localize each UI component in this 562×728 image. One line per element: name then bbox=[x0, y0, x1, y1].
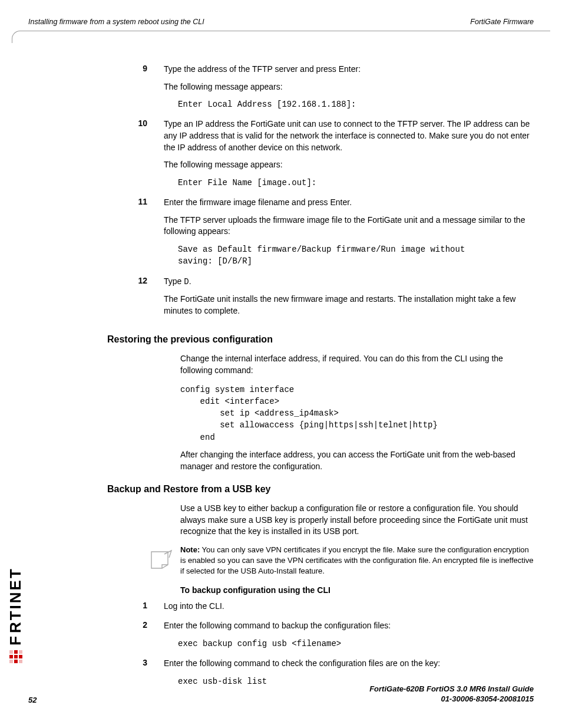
code-block: exec backup config usb <filename> bbox=[178, 638, 534, 650]
header-right: FortiGate Firmware bbox=[470, 18, 534, 26]
note-icon bbox=[143, 549, 180, 572]
step-text: Enter the following command to backup th… bbox=[164, 620, 534, 632]
page-number: 52 bbox=[28, 696, 37, 704]
code-block: config system interface edit <interface>… bbox=[180, 384, 534, 443]
sub-heading: To backup configuration using the CLI bbox=[180, 585, 534, 595]
step-number: 10 bbox=[107, 118, 164, 195]
footer: FortiGate-620B FortiOS 3.0 MR6 Install G… bbox=[28, 684, 534, 704]
step-text: Enter the following command to check the… bbox=[164, 658, 534, 670]
body-text: Change the internal interface address, i… bbox=[180, 353, 534, 376]
section-heading: Restoring the previous configuration bbox=[107, 334, 534, 345]
header-rule bbox=[12, 31, 550, 43]
step-text: Enter the firmware image filename and pr… bbox=[164, 197, 534, 209]
step-number: 1 bbox=[107, 601, 164, 618]
step-text: The FortiGate unit installs the new firm… bbox=[164, 294, 534, 317]
page-content: 9 Type the address of the TFTP server an… bbox=[107, 64, 534, 696]
code-block: Enter Local Address [192.168.1.188]: bbox=[178, 98, 534, 110]
body-text: Use a USB key to either backup a configu… bbox=[180, 503, 534, 538]
step-text: The TFTP server uploads the firmware ima… bbox=[164, 215, 534, 238]
code-block: Save as Default firmware/Backup firmware… bbox=[178, 243, 534, 268]
step-text: The following message appears: bbox=[164, 159, 534, 171]
step-number: 2 bbox=[107, 620, 164, 655]
step-text: Type an IP address the FortiGate unit ca… bbox=[164, 118, 534, 153]
step-number: 12 bbox=[107, 276, 164, 323]
body-text: After changing the interface address, yo… bbox=[180, 449, 534, 472]
step-number: 9 bbox=[107, 64, 164, 116]
note-text: Note: You can only save VPN certificates… bbox=[180, 545, 534, 577]
section-heading: Backup and Restore from a USB key bbox=[107, 484, 534, 495]
fortinet-logo: FRTINET bbox=[6, 567, 25, 663]
step-text: Log into the CLI. bbox=[164, 601, 534, 612]
step-text: Type D. bbox=[164, 276, 534, 288]
step-text: Type the address of the TFTP server and … bbox=[164, 64, 534, 75]
step-number: 11 bbox=[107, 197, 164, 273]
code-block: Enter File Name [image.out]: bbox=[178, 177, 534, 189]
header-left: Installing firmware from a system reboot… bbox=[28, 18, 204, 26]
step-text: The following message appears: bbox=[164, 81, 534, 93]
